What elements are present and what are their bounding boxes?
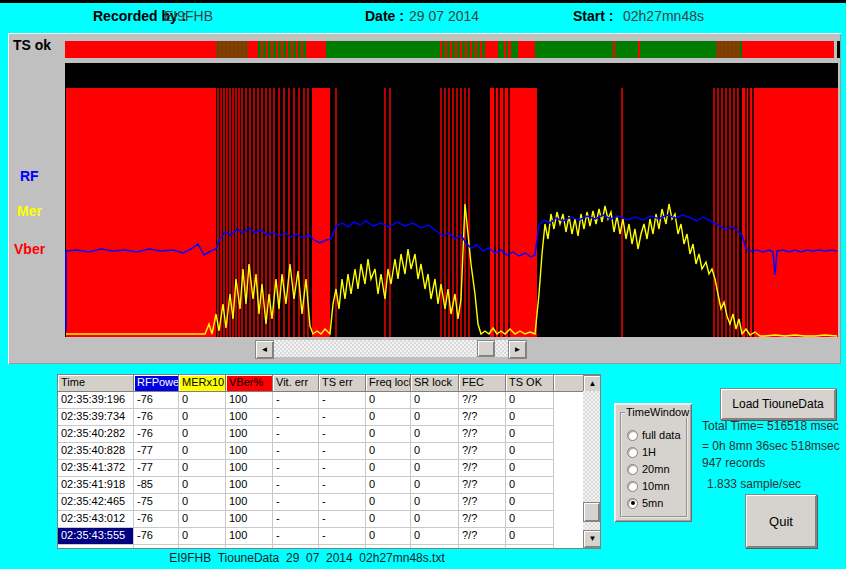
table-cell: 02:35:40:828 — [58, 443, 134, 460]
mer-axis-label: Mer — [17, 203, 42, 219]
scroll-left-button[interactable]: ◄ — [255, 340, 274, 359]
vscroll-thumb[interactable] — [583, 502, 600, 522]
table-cell: -76 — [134, 528, 179, 545]
table-cell: ?/? — [459, 409, 506, 426]
table-cell: - — [319, 392, 366, 409]
table-row[interactable] — [58, 545, 600, 549]
table-cell: 02:35:39:734 — [58, 409, 134, 426]
radio-circle[interactable] — [627, 430, 638, 441]
scroll-right-button[interactable]: ► — [508, 340, 527, 359]
column-header-ts-err[interactable]: TS err — [319, 375, 366, 392]
column-header-freq-lock[interactable]: Freq lock — [366, 375, 411, 392]
table-cell: 100 — [226, 528, 273, 545]
hscroll-track[interactable] — [274, 340, 508, 357]
table-cell: 0 — [506, 409, 554, 426]
table-cell: 0 — [366, 477, 411, 494]
radio-label: 1H — [642, 446, 656, 458]
table-cell: ?/? — [459, 528, 506, 545]
table-cell: 100 — [226, 443, 273, 460]
table-cell: 0 — [411, 511, 459, 528]
radio-option-1H[interactable]: 1H — [627, 445, 656, 459]
table-cell: 0 — [506, 511, 554, 528]
table-cell: 0 — [506, 443, 554, 460]
table-cell: 100 — [226, 409, 273, 426]
ts-strip-segment — [640, 41, 715, 58]
loaded-filename: EI9FHB TiouneData 29 07 2014 02h27mn48s.… — [57, 551, 557, 565]
table-cell: - — [273, 392, 319, 409]
ts-strip-segment — [518, 41, 535, 58]
table-row[interactable]: 02:35:41:372-770100--00?/?0 — [58, 460, 600, 477]
radio-option-20mn[interactable]: 20mn — [627, 462, 670, 476]
column-header-vber-[interactable]: VBer% — [226, 375, 273, 392]
table-cell: 0 — [411, 392, 459, 409]
table-vertical-scrollbar[interactable]: ▲ ▼ — [583, 375, 600, 548]
table-cell: 0 — [411, 443, 459, 460]
column-header-merx10[interactable]: MERx10 — [179, 375, 226, 392]
table-cell: - — [319, 460, 366, 477]
table-row[interactable]: 02:35:39:196-760100--00?/?0 — [58, 392, 600, 409]
table-row[interactable]: 02:35:39:734-760100--00?/?0 — [58, 409, 600, 426]
vscroll-track[interactable] — [583, 391, 600, 532]
table-cell — [134, 545, 179, 549]
table-cell: -85 — [134, 477, 179, 494]
table-cell: 100 — [226, 392, 273, 409]
ts-status-strip — [65, 41, 840, 58]
radio-circle[interactable] — [627, 447, 638, 458]
ts-strip-segment — [247, 41, 258, 58]
column-header-sr-lock[interactable]: SR lock — [411, 375, 459, 392]
column-header-rfpower[interactable]: RFPower — [134, 375, 179, 392]
table-row[interactable]: 02:35:42:465-750100--00?/?0 — [58, 494, 600, 511]
table-cell: 0 — [366, 528, 411, 545]
start-label: Start : — [573, 8, 613, 24]
table-cell: 02:35:42:465 — [58, 494, 134, 511]
records-table: TimeRFPowerMERx10VBer%Vit. errTS errFreq… — [57, 374, 601, 549]
table-row[interactable]: 02:35:43:555-760100--00?/?0 — [58, 528, 600, 545]
table-cell: - — [273, 528, 319, 545]
ts-strip-segment — [326, 41, 437, 58]
table-cell: 100 — [226, 460, 273, 477]
column-header-vit-err[interactable]: Vit. err — [273, 375, 319, 392]
column-header-time[interactable]: Time — [58, 375, 134, 392]
radio-circle[interactable] — [627, 498, 638, 509]
table-cell — [366, 545, 411, 549]
table-cell: 0 — [411, 528, 459, 545]
radio-option-10mn[interactable]: 10mn — [627, 479, 670, 493]
table-cell: 0 — [366, 460, 411, 477]
table-cell: 0 — [179, 460, 226, 477]
table-cell: -76 — [134, 511, 179, 528]
table-cell: - — [273, 443, 319, 460]
table-cell: 0 — [366, 511, 411, 528]
load-tiounedata-button[interactable]: Load TiouneData — [720, 388, 836, 420]
table-row[interactable]: 02:35:43:012-760100--00?/?0 — [58, 511, 600, 528]
table-cell: 02:35:41:372 — [58, 460, 134, 477]
ts-strip-segment — [742, 41, 834, 58]
column-header-ts-ok[interactable]: TS OK — [506, 375, 554, 392]
quit-button[interactable]: Quit — [745, 494, 817, 548]
radio-circle[interactable] — [627, 481, 638, 492]
radio-label: full data — [642, 429, 681, 441]
duration-text: = 0h 8mn 36sec 518msec — [702, 439, 840, 453]
column-header-fec[interactable]: FEC — [459, 375, 506, 392]
table-cell: 02:35:43:555 — [58, 528, 134, 545]
radio-option-full-data[interactable]: full data — [627, 428, 681, 442]
radio-label: 20mn — [642, 463, 670, 475]
ts-ok-label: TS ok — [13, 37, 51, 53]
table-cell: 0 — [506, 460, 554, 477]
table-cell: 02:35:43:012 — [58, 511, 134, 528]
radio-option-5mn[interactable]: 5mn — [627, 496, 663, 510]
chart-horizontal-scrollbar[interactable]: ◄ ► — [255, 340, 527, 357]
table-cell: 0 — [366, 409, 411, 426]
table-cell: ?/? — [459, 511, 506, 528]
table-cell: 0 — [179, 511, 226, 528]
hscroll-thumb[interactable] — [477, 340, 495, 357]
table-cell: 0 — [179, 494, 226, 511]
table-cell: - — [273, 494, 319, 511]
table-cell: ?/? — [459, 460, 506, 477]
radio-selected-dot — [631, 501, 635, 505]
ts-strip-segment — [511, 41, 518, 58]
table-row[interactable]: 02:35:40:282-760100--00?/?0 — [58, 426, 600, 443]
table-row[interactable]: 02:35:40:828-770100--00?/?0 — [58, 443, 600, 460]
table-row[interactable]: 02:35:41:918-850100--00?/?0 — [58, 477, 600, 494]
radio-circle[interactable] — [627, 464, 638, 475]
scroll-down-button[interactable]: ▼ — [583, 530, 601, 548]
